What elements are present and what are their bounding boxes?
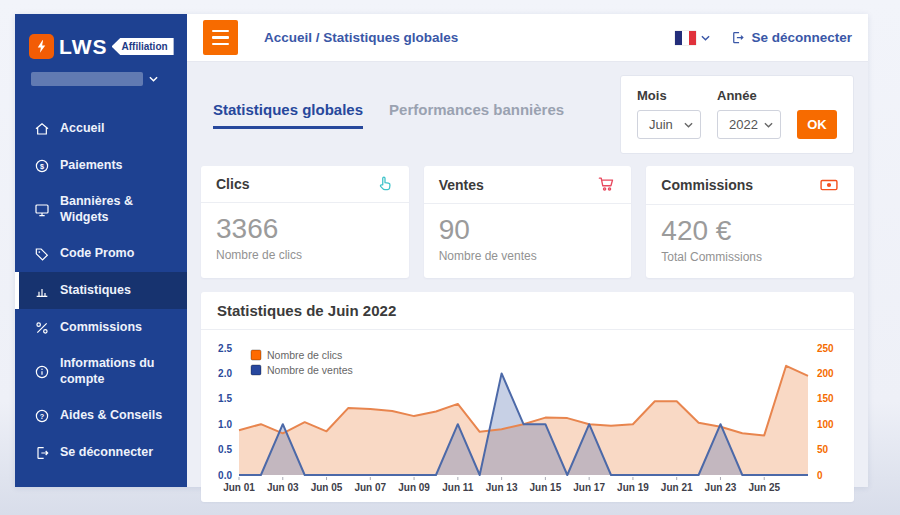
sidebar-item-label: Informations du compte <box>60 356 165 387</box>
account-value-pill <box>31 72 143 86</box>
card-title: Commissions <box>661 177 753 193</box>
card-title: Ventes <box>439 177 484 193</box>
brand-name: LWS <box>59 35 108 59</box>
sidebar-item-deconnecter[interactable]: Se déconnecter <box>15 435 187 472</box>
ok-button[interactable]: OK <box>797 110 837 139</box>
sidebar-item-label: Statistiques <box>60 283 131 299</box>
sidebar-item-label: Aides & Conseils <box>60 408 162 424</box>
help-icon: ? <box>33 408 50 425</box>
payments-icon: $ <box>33 157 50 174</box>
svg-text:Jun 13: Jun 13 <box>486 482 518 493</box>
menu-toggle-button[interactable] <box>203 20 238 55</box>
year-select[interactable]: 2022 <box>717 110 781 139</box>
cart-icon <box>597 175 616 194</box>
topbar-right: Se déconnecter <box>675 30 852 45</box>
sidebar-item-label: Bannières & Widgets <box>60 194 173 225</box>
language-selector[interactable] <box>675 31 710 45</box>
french-flag-icon <box>675 31 696 45</box>
card-value: 3366 <box>216 214 394 245</box>
card-value: 420 € <box>661 216 839 247</box>
tab-performances-bannieres[interactable]: Performances bannières <box>389 101 564 129</box>
content: Statistiques globales Performances banni… <box>187 62 868 502</box>
card-title: Clics <box>216 176 249 192</box>
sidebar: LWS Affiliation Accueil $ Paiements <box>15 14 187 487</box>
year-label: Année <box>717 88 781 103</box>
svg-text:Jun 25: Jun 25 <box>748 482 780 493</box>
sidebar-item-aides[interactable]: ? Aides & Conseils <box>15 398 187 435</box>
sidebar-item-bannieres[interactable]: Bannières & Widgets <box>15 184 187 235</box>
statistics-chart-card: Statistiques de Juin 2022 0.00.51.01.52.… <box>201 292 854 502</box>
topbar: Accueil / Statistiques globales Se décon… <box>187 14 868 62</box>
sidebar-item-label: Se déconnecter <box>60 445 153 461</box>
svg-text:1.5: 1.5 <box>218 393 232 404</box>
svg-text:0.5: 0.5 <box>218 444 232 455</box>
sidebar-item-paiements[interactable]: $ Paiements <box>15 147 187 184</box>
svg-text:Jun 03: Jun 03 <box>267 482 299 493</box>
svg-text:0: 0 <box>817 469 823 480</box>
svg-text:Nombre de ventes: Nombre de ventes <box>267 364 353 376</box>
chevron-down-icon <box>701 35 710 41</box>
svg-text:200: 200 <box>817 368 834 379</box>
sidebar-item-label: Paiements <box>60 158 123 174</box>
pointer-hand-icon <box>376 175 394 193</box>
logout-icon <box>33 445 50 462</box>
tab-statistiques-globales[interactable]: Statistiques globales <box>213 101 363 129</box>
logout-button[interactable]: Se déconnecter <box>730 30 852 45</box>
sidebar-item-accueil[interactable]: Accueil <box>15 110 187 147</box>
month-label: Mois <box>637 88 701 103</box>
home-icon <box>33 120 50 137</box>
stat-cards: Clics 3366 Nombre de clics Ventes 90 <box>201 166 854 278</box>
card-subtitle: Nombre de ventes <box>439 249 617 263</box>
svg-text:?: ? <box>39 412 44 421</box>
month-select[interactable]: Juin <box>637 110 701 139</box>
svg-text:Jun 09: Jun 09 <box>398 482 430 493</box>
card-subtitle: Nombre de clics <box>216 248 394 262</box>
svg-text:150: 150 <box>817 393 834 404</box>
chevron-down-icon <box>149 76 158 82</box>
percent-icon <box>33 319 50 336</box>
sidebar-item-commissions[interactable]: Commissions <box>15 309 187 346</box>
svg-text:Jun 23: Jun 23 <box>705 482 737 493</box>
promo-tag-icon <box>33 245 50 262</box>
sidebar-item-informations[interactable]: Informations du compte <box>15 346 187 397</box>
main-area: Accueil / Statistiques globales Se décon… <box>187 14 868 487</box>
app-window: LWS Affiliation Accueil $ Paiements <box>15 14 868 487</box>
svg-text:Jun 19: Jun 19 <box>617 482 649 493</box>
year-value: 2022 <box>729 117 758 132</box>
svg-text:Jun 17: Jun 17 <box>573 482 605 493</box>
chart-area: 0.00.51.01.52.02.5050100150200250Jun 01J… <box>201 330 854 502</box>
sidebar-item-code-promo[interactable]: Code Promo <box>15 235 187 272</box>
lws-logo-icon <box>29 34 54 59</box>
card-value: 90 <box>439 215 617 246</box>
card-subtitle: Total Commissions <box>661 250 839 264</box>
svg-text:Jun 11: Jun 11 <box>442 482 474 493</box>
chevron-down-icon <box>764 122 773 128</box>
commissions-card: Commissions 420 € Total Commissions <box>646 166 854 278</box>
svg-text:50: 50 <box>817 444 829 455</box>
period-filter: Mois Juin Année 2022 OK <box>620 75 854 154</box>
ventes-card: Ventes 90 Nombre de ventes <box>424 166 632 278</box>
logout-label: Se déconnecter <box>751 30 852 45</box>
sidebar-nav: Accueil $ Paiements Bannières & Widgets … <box>15 110 187 472</box>
svg-text:1.0: 1.0 <box>218 418 232 429</box>
tab-bar: Statistiques globales Performances banni… <box>213 101 564 129</box>
svg-text:$: $ <box>39 161 43 170</box>
brand-badge: Affiliation <box>112 38 174 55</box>
stats-chart: 0.00.51.01.52.02.5050100150200250Jun 01J… <box>205 332 850 502</box>
sidebar-item-label: Code Promo <box>60 246 134 262</box>
sidebar-item-label: Commissions <box>60 320 142 336</box>
sidebar-item-statistiques[interactable]: Statistiques <box>15 272 187 309</box>
stats-icon <box>33 282 50 299</box>
clics-card: Clics 3366 Nombre de clics <box>201 166 409 278</box>
brand-logo: LWS Affiliation <box>15 14 187 59</box>
svg-text:2.0: 2.0 <box>218 368 232 379</box>
svg-text:Jun 01: Jun 01 <box>223 482 255 493</box>
svg-text:2.5: 2.5 <box>218 342 232 353</box>
breadcrumb: Accueil / Statistiques globales <box>264 30 458 45</box>
logout-icon <box>730 30 745 45</box>
chevron-down-icon <box>684 122 693 128</box>
svg-text:250: 250 <box>817 342 834 353</box>
svg-text:Jun 15: Jun 15 <box>530 482 562 493</box>
account-selector[interactable] <box>31 72 173 86</box>
banknote-icon <box>819 175 839 195</box>
